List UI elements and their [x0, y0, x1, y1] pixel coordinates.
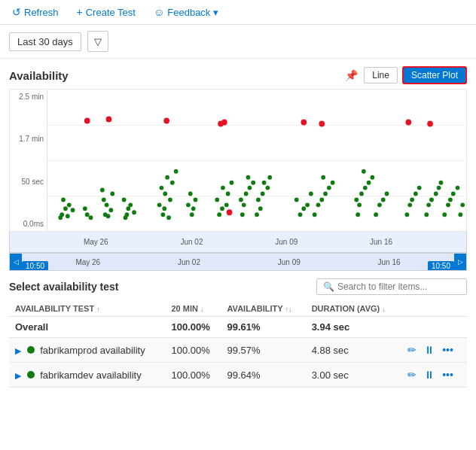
scrubber-label-1: May 26	[75, 258, 100, 266]
search-box[interactable]: 🔍	[316, 278, 467, 295]
sort-icon-duration[interactable]: ↓	[382, 306, 386, 313]
sort-icon-availability[interactable]: ↑↓	[285, 306, 292, 313]
row1-actions: ✏ ⏸ •••	[400, 338, 467, 363]
svg-point-109	[458, 212, 462, 217]
y-axis: 2.5 min 1.7 min 50 sec 0.0ms	[10, 90, 47, 231]
scrubber-bar[interactable]: ◁ May 26 Jun 02 Jun 09 Jun 16 10:50 10:5…	[9, 253, 467, 271]
svg-point-78	[321, 175, 325, 180]
feedback-button[interactable]: ☺ Feedback ▾	[151, 5, 221, 20]
svg-point-37	[191, 206, 196, 211]
svg-point-38	[186, 202, 191, 207]
svg-point-100	[429, 197, 434, 202]
svg-point-33	[170, 181, 175, 185]
svg-point-42	[221, 120, 227, 126]
svg-point-87	[374, 212, 378, 217]
pause-button-1[interactable]: ⏸	[423, 342, 436, 357]
date-range-button[interactable]: Last 30 days	[9, 32, 81, 51]
filter-button[interactable]: ▽	[87, 31, 108, 52]
svg-point-67	[298, 212, 303, 217]
svg-point-77	[331, 181, 335, 185]
sort-icon-name[interactable]: ↑	[96, 306, 100, 313]
svg-point-59	[258, 206, 263, 211]
table-section: Select availability test 🔍 AVAILABILITY …	[0, 271, 476, 388]
time-bubble-right: 10:50	[428, 261, 454, 271]
toolbar: ↺ Refresh + Create Test ☺ Feedback ▾	[0, 0, 476, 25]
overall-row: Overall 100.00% 99.61% 3.94 sec	[9, 317, 467, 338]
feedback-label: Feedback	[167, 7, 210, 18]
svg-point-76	[327, 186, 331, 190]
svg-point-65	[301, 120, 307, 126]
svg-point-85	[371, 175, 375, 180]
svg-point-6	[66, 214, 70, 218]
edit-button-1[interactable]: ✏	[406, 342, 418, 357]
row1-name: ▶ fabrikamprod availability	[9, 338, 165, 363]
scrubber-handle-left[interactable]: ◁	[10, 253, 22, 271]
timeline-label-3: Jun 09	[275, 238, 298, 246]
expand-icon-1[interactable]: ▶	[15, 346, 21, 355]
scatter-plot-container: 2.5 min 1.7 min 50 sec 0.0ms	[9, 89, 467, 232]
pause-button-2[interactable]: ⏸	[423, 367, 436, 382]
svg-point-82	[359, 192, 364, 196]
create-test-label: Create Test	[86, 7, 136, 18]
svg-point-8	[85, 212, 90, 217]
time-bubble-left: 10:50	[22, 261, 48, 271]
overall-availability: 99.61%	[221, 317, 305, 338]
refresh-icon: ↺	[12, 6, 21, 18]
timeline-label-4: Jun 16	[370, 238, 392, 246]
y-label-3: 50 sec	[11, 178, 44, 186]
scatter-view-button[interactable]: Scatter Plot	[402, 66, 467, 84]
svg-point-25	[163, 118, 169, 124]
svg-point-92	[427, 121, 433, 127]
svg-point-93	[405, 212, 410, 217]
data-table: AVAILABILITY TEST ↑ 20 MIN ↓ AVAILABILIT…	[9, 301, 467, 388]
svg-point-94	[407, 202, 412, 207]
sort-icon-20min[interactable]: ↓	[200, 306, 204, 313]
svg-point-36	[190, 212, 194, 217]
svg-point-63	[262, 181, 267, 185]
svg-point-2	[67, 202, 72, 207]
overall-20min: 100.00%	[165, 317, 221, 338]
scrubber-label-3: Jun 09	[278, 258, 301, 266]
create-test-button[interactable]: + Create Test	[74, 5, 139, 20]
svg-point-4	[58, 215, 63, 220]
svg-point-90	[385, 192, 389, 196]
svg-point-91	[405, 120, 411, 126]
more-button-2[interactable]: •••	[441, 367, 455, 382]
svg-point-11	[106, 117, 112, 123]
filter-bar: Last 30 days ▽	[0, 25, 476, 59]
svg-point-96	[413, 192, 418, 196]
svg-point-56	[251, 181, 255, 185]
col-test-name: AVAILABILITY TEST ↑	[9, 301, 165, 317]
svg-point-58	[255, 212, 259, 217]
timeline-area: May 26 Jun 02 Jun 09 Jun 16	[9, 232, 467, 253]
table-row: ▶ fabrikamdev availability 100.00% 99.64…	[9, 363, 467, 388]
scatter-svg	[47, 90, 466, 231]
svg-point-79	[355, 212, 360, 217]
expand-icon-2[interactable]: ▶	[15, 371, 21, 380]
scrubber-handle-right[interactable]: ▷	[454, 253, 466, 271]
plot-area	[47, 90, 466, 231]
svg-point-32	[160, 186, 164, 190]
table-title: Select availability test	[9, 281, 119, 293]
col-duration: DURATION (AVG) ↓	[306, 301, 401, 317]
col-actions	[400, 301, 467, 317]
svg-point-101	[434, 192, 438, 196]
svg-point-34	[165, 175, 169, 180]
pin-button[interactable]: 📌	[343, 68, 359, 83]
row2-name: ▶ fabrikamdev availability	[9, 363, 165, 388]
search-input[interactable]	[337, 281, 460, 292]
y-label-top: 2.5 min	[11, 93, 44, 101]
svg-point-103	[439, 181, 444, 185]
svg-point-52	[242, 202, 246, 207]
svg-point-99	[426, 202, 431, 207]
table-header: AVAILABILITY TEST ↑ 20 MIN ↓ AVAILABILIT…	[9, 301, 467, 317]
more-button-1[interactable]: •••	[441, 342, 455, 357]
status-dot-2	[27, 371, 35, 379]
svg-point-71	[309, 192, 313, 196]
refresh-button[interactable]: ↺ Refresh	[9, 5, 62, 20]
svg-point-10	[89, 215, 93, 220]
svg-point-15	[102, 197, 106, 202]
edit-button-2[interactable]: ✏	[406, 367, 418, 382]
line-view-button[interactable]: Line	[364, 67, 398, 84]
svg-point-40	[188, 192, 193, 196]
